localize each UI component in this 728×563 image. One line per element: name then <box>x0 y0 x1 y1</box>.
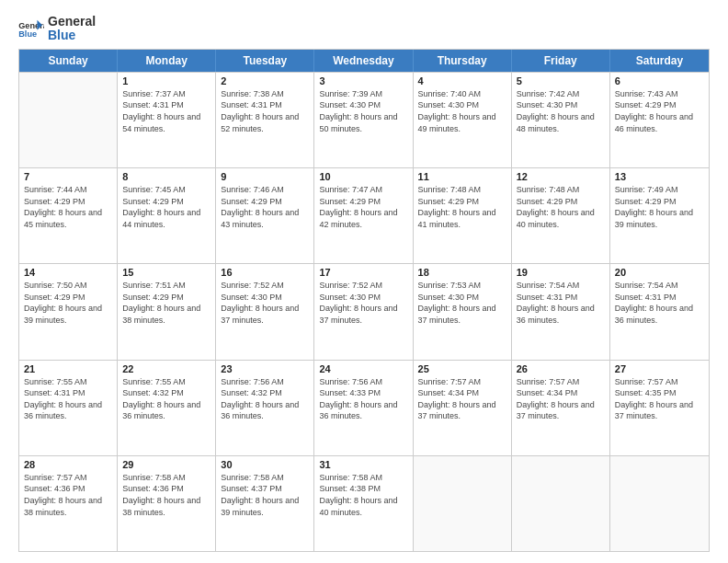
day-info: Sunrise: 7:43 AMSunset: 4:29 PMDaylight:… <box>615 88 704 134</box>
day-info: Sunrise: 7:37 AMSunset: 4:31 PMDaylight:… <box>122 88 210 134</box>
weekday-header-thursday: Thursday <box>414 50 512 72</box>
day-number: 8 <box>122 171 210 182</box>
calendar-cell: 18Sunrise: 7:53 AMSunset: 4:30 PMDayligh… <box>414 264 512 359</box>
day-info: Sunrise: 7:44 AMSunset: 4:29 PMDaylight:… <box>24 184 112 230</box>
day-info: Sunrise: 7:45 AMSunset: 4:29 PMDaylight:… <box>122 184 210 230</box>
day-number: 20 <box>615 267 704 278</box>
day-info: Sunrise: 7:40 AMSunset: 4:30 PMDaylight:… <box>418 88 506 134</box>
day-info: Sunrise: 7:55 AMSunset: 4:31 PMDaylight:… <box>24 376 112 422</box>
calendar-cell: 30Sunrise: 7:58 AMSunset: 4:37 PMDayligh… <box>216 456 314 551</box>
calendar-cell: 28Sunrise: 7:57 AMSunset: 4:36 PMDayligh… <box>19 456 118 551</box>
calendar-body: 1Sunrise: 7:37 AMSunset: 4:31 PMDaylight… <box>19 72 709 551</box>
day-info: Sunrise: 7:58 AMSunset: 4:38 PMDaylight:… <box>319 472 407 518</box>
calendar-cell: 7Sunrise: 7:44 AMSunset: 4:29 PMDaylight… <box>19 168 118 263</box>
day-number: 23 <box>221 363 309 374</box>
day-info: Sunrise: 7:52 AMSunset: 4:30 PMDaylight:… <box>319 280 407 326</box>
day-number: 4 <box>418 75 506 86</box>
day-number: 17 <box>319 267 407 278</box>
calendar-cell: 1Sunrise: 7:37 AMSunset: 4:31 PMDaylight… <box>118 73 216 167</box>
calendar-row-1: 7Sunrise: 7:44 AMSunset: 4:29 PMDaylight… <box>19 167 709 263</box>
calendar-cell: 26Sunrise: 7:57 AMSunset: 4:34 PMDayligh… <box>512 361 610 455</box>
calendar-cell: 9Sunrise: 7:46 AMSunset: 4:29 PMDaylight… <box>216 168 314 263</box>
calendar-cell <box>414 456 512 551</box>
calendar-row-0: 1Sunrise: 7:37 AMSunset: 4:31 PMDaylight… <box>19 72 709 167</box>
calendar-cell <box>610 456 709 551</box>
day-number: 27 <box>615 363 704 374</box>
day-number: 7 <box>24 171 112 182</box>
logo: General Blue General Blue <box>18 15 96 43</box>
day-number: 1 <box>122 75 210 86</box>
day-number: 18 <box>418 267 506 278</box>
day-number: 3 <box>319 75 407 86</box>
logo-icon: General Blue <box>18 18 44 39</box>
day-info: Sunrise: 7:56 AMSunset: 4:33 PMDaylight:… <box>319 376 407 422</box>
day-number: 5 <box>517 75 605 86</box>
calendar-cell: 5Sunrise: 7:42 AMSunset: 4:30 PMDaylight… <box>512 73 610 167</box>
day-number: 6 <box>615 75 704 86</box>
weekday-header-saturday: Saturday <box>610 50 709 72</box>
day-number: 22 <box>122 363 210 374</box>
day-info: Sunrise: 7:57 AMSunset: 4:34 PMDaylight:… <box>517 376 605 422</box>
day-info: Sunrise: 7:51 AMSunset: 4:29 PMDaylight:… <box>122 280 210 326</box>
calendar-cell: 22Sunrise: 7:55 AMSunset: 4:32 PMDayligh… <box>118 361 216 455</box>
calendar-cell: 3Sunrise: 7:39 AMSunset: 4:30 PMDaylight… <box>314 73 413 167</box>
calendar-cell <box>19 73 118 167</box>
day-number: 9 <box>221 171 309 182</box>
calendar-cell: 27Sunrise: 7:57 AMSunset: 4:35 PMDayligh… <box>610 361 709 455</box>
day-info: Sunrise: 7:47 AMSunset: 4:29 PMDaylight:… <box>319 184 407 230</box>
day-info: Sunrise: 7:42 AMSunset: 4:30 PMDaylight:… <box>517 88 605 134</box>
calendar: SundayMondayTuesdayWednesdayThursdayFrid… <box>18 49 710 552</box>
day-info: Sunrise: 7:57 AMSunset: 4:35 PMDaylight:… <box>615 376 704 422</box>
day-info: Sunrise: 7:46 AMSunset: 4:29 PMDaylight:… <box>221 184 309 230</box>
day-number: 13 <box>615 171 704 182</box>
day-number: 12 <box>517 171 605 182</box>
day-info: Sunrise: 7:57 AMSunset: 4:36 PMDaylight:… <box>24 472 112 518</box>
calendar-cell: 31Sunrise: 7:58 AMSunset: 4:38 PMDayligh… <box>314 456 413 551</box>
calendar-cell: 19Sunrise: 7:54 AMSunset: 4:31 PMDayligh… <box>512 264 610 359</box>
calendar-cell: 15Sunrise: 7:51 AMSunset: 4:29 PMDayligh… <box>118 264 216 359</box>
calendar-cell: 20Sunrise: 7:54 AMSunset: 4:31 PMDayligh… <box>610 264 709 359</box>
calendar-cell: 25Sunrise: 7:57 AMSunset: 4:34 PMDayligh… <box>414 361 512 455</box>
day-number: 28 <box>24 459 112 470</box>
day-number: 10 <box>319 171 407 182</box>
page: General Blue General Blue SundayMondayTu… <box>0 0 728 563</box>
day-info: Sunrise: 7:48 AMSunset: 4:29 PMDaylight:… <box>517 184 605 230</box>
day-number: 15 <box>122 267 210 278</box>
day-info: Sunrise: 7:53 AMSunset: 4:30 PMDaylight:… <box>418 280 506 326</box>
day-info: Sunrise: 7:57 AMSunset: 4:34 PMDaylight:… <box>418 376 506 422</box>
day-number: 16 <box>221 267 309 278</box>
day-info: Sunrise: 7:58 AMSunset: 4:37 PMDaylight:… <box>221 472 309 518</box>
day-info: Sunrise: 7:56 AMSunset: 4:32 PMDaylight:… <box>221 376 309 422</box>
calendar-cell: 10Sunrise: 7:47 AMSunset: 4:29 PMDayligh… <box>314 168 413 263</box>
day-number: 14 <box>24 267 112 278</box>
day-info: Sunrise: 7:49 AMSunset: 4:29 PMDaylight:… <box>615 184 704 230</box>
top-area: General Blue General Blue <box>18 15 710 43</box>
calendar-cell: 16Sunrise: 7:52 AMSunset: 4:30 PMDayligh… <box>216 264 314 359</box>
calendar-cell: 8Sunrise: 7:45 AMSunset: 4:29 PMDaylight… <box>118 168 216 263</box>
day-info: Sunrise: 7:48 AMSunset: 4:29 PMDaylight:… <box>418 184 506 230</box>
day-number: 24 <box>319 363 407 374</box>
calendar-cell: 21Sunrise: 7:55 AMSunset: 4:31 PMDayligh… <box>19 361 118 455</box>
day-number: 2 <box>221 75 309 86</box>
day-number: 30 <box>221 459 309 470</box>
calendar-cell: 13Sunrise: 7:49 AMSunset: 4:29 PMDayligh… <box>610 168 709 263</box>
day-number: 19 <box>517 267 605 278</box>
day-info: Sunrise: 7:55 AMSunset: 4:32 PMDaylight:… <box>122 376 210 422</box>
weekday-header-wednesday: Wednesday <box>314 50 413 72</box>
calendar-row-3: 21Sunrise: 7:55 AMSunset: 4:31 PMDayligh… <box>19 360 709 455</box>
day-number: 25 <box>418 363 506 374</box>
calendar-cell: 6Sunrise: 7:43 AMSunset: 4:29 PMDaylight… <box>610 73 709 167</box>
day-info: Sunrise: 7:39 AMSunset: 4:30 PMDaylight:… <box>319 88 407 134</box>
logo-general: General <box>48 15 96 29</box>
calendar-cell: 12Sunrise: 7:48 AMSunset: 4:29 PMDayligh… <box>512 168 610 263</box>
logo-blue: Blue <box>48 29 96 42</box>
day-info: Sunrise: 7:52 AMSunset: 4:30 PMDaylight:… <box>221 280 309 326</box>
calendar-cell: 11Sunrise: 7:48 AMSunset: 4:29 PMDayligh… <box>414 168 512 263</box>
day-info: Sunrise: 7:50 AMSunset: 4:29 PMDaylight:… <box>24 280 112 326</box>
day-number: 21 <box>24 363 112 374</box>
calendar-header: SundayMondayTuesdayWednesdayThursdayFrid… <box>19 50 709 72</box>
day-info: Sunrise: 7:58 AMSunset: 4:36 PMDaylight:… <box>122 472 210 518</box>
svg-text:Blue: Blue <box>18 30 37 40</box>
calendar-cell <box>512 456 610 551</box>
calendar-cell: 29Sunrise: 7:58 AMSunset: 4:36 PMDayligh… <box>118 456 216 551</box>
